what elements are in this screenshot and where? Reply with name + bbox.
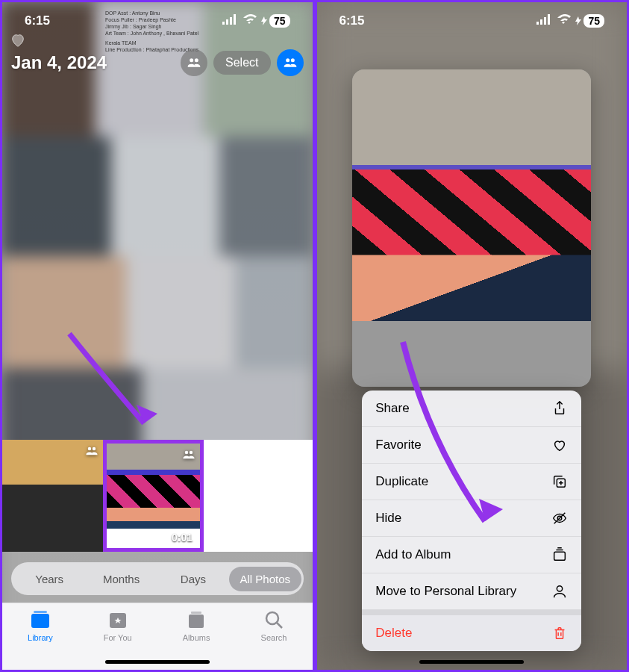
- menu-duplicate[interactable]: Duplicate: [362, 464, 581, 500]
- select-label: Select: [225, 56, 258, 69]
- video-duration: 0:01: [172, 532, 193, 544]
- cellular-icon: [222, 13, 237, 28]
- album-icon: [551, 547, 568, 563]
- phone-left: DOP Asst : Antony Binu Focus Puller : Pr…: [2, 2, 313, 670]
- menu-label: Add to Album: [375, 547, 451, 562]
- menu-label: Delete: [375, 626, 412, 641]
- menu-label: Share: [375, 401, 409, 416]
- svg-rect-5: [34, 611, 47, 613]
- battery-indicator: 75: [575, 14, 604, 28]
- thumbnail-car[interactable]: [2, 440, 103, 552]
- view-tab-years[interactable]: Years: [13, 567, 85, 591]
- shared-library-toggle[interactable]: [181, 49, 207, 76]
- status-bar: 6:15 75: [2, 2, 313, 40]
- menu-label: Duplicate: [375, 474, 428, 489]
- svg-point-9: [266, 612, 278, 624]
- library-header: Jan 4, 2024 Select: [2, 43, 313, 82]
- svg-rect-0: [222, 22, 225, 25]
- svg-rect-8: [191, 612, 201, 614]
- view-tab-days[interactable]: Days: [157, 567, 229, 591]
- wifi-icon: [242, 13, 257, 28]
- preview-image: [352, 69, 591, 387]
- battery-indicator: 75: [261, 14, 290, 28]
- trash-icon: [551, 625, 568, 641]
- svg-rect-3: [234, 14, 236, 25]
- svg-rect-12: [540, 19, 542, 25]
- menu-favorite[interactable]: Favorite: [362, 427, 581, 464]
- menu-move-personal[interactable]: Move to Personal Library: [362, 573, 581, 610]
- eye-slash-icon: [551, 510, 568, 526]
- cellular-icon: [536, 13, 551, 28]
- photo-preview[interactable]: [352, 69, 591, 387]
- shared-badge-icon: [85, 444, 98, 461]
- duplicate-icon: [551, 473, 568, 490]
- menu-delete[interactable]: Delete: [362, 615, 581, 651]
- select-button[interactable]: Select: [213, 51, 270, 75]
- menu-share[interactable]: Share: [362, 391, 581, 427]
- tab-search[interactable]: Search: [261, 609, 287, 670]
- date-heading: Jan 4, 2024: [11, 52, 107, 73]
- home-indicator[interactable]: [105, 660, 210, 664]
- svg-rect-13: [544, 17, 546, 25]
- view-tab-months[interactable]: Months: [85, 567, 157, 591]
- svg-rect-2: [230, 17, 232, 25]
- context-menu: Share Favorite Duplicate Hide Add to Alb…: [362, 391, 581, 651]
- svg-rect-4: [31, 614, 49, 628]
- tab-label: Library: [28, 633, 53, 642]
- view-tab-all-photos[interactable]: All Photos: [229, 567, 301, 591]
- tab-label: Albums: [183, 633, 210, 642]
- thumbnail-highlighted[interactable]: 0:01: [103, 440, 204, 552]
- heart-icon: [551, 437, 568, 453]
- svg-rect-18: [554, 552, 566, 560]
- status-time: 6:15: [25, 13, 50, 28]
- menu-hide[interactable]: Hide: [362, 500, 581, 537]
- phone-right: 6:15 75 Share Favorite Duplicate: [317, 2, 628, 670]
- status-time: 6:15: [339, 13, 365, 28]
- menu-label: Move to Personal Library: [375, 584, 516, 599]
- svg-rect-11: [536, 22, 539, 25]
- tab-label: Search: [261, 633, 287, 642]
- svg-point-19: [557, 586, 563, 591]
- wifi-icon: [556, 13, 571, 28]
- svg-rect-14: [548, 14, 550, 25]
- menu-label: Hide: [375, 511, 401, 526]
- person-icon: [551, 583, 568, 600]
- shared-library-filter[interactable]: [277, 49, 304, 76]
- recent-thumbnails-row: 0:01: [2, 440, 313, 552]
- svg-line-10: [277, 623, 282, 628]
- shared-badge-icon: [182, 448, 195, 464]
- view-mode-segmented: Years Months Days All Photos: [11, 562, 304, 595]
- svg-rect-1: [226, 19, 228, 25]
- svg-rect-7: [189, 615, 204, 628]
- home-indicator[interactable]: [419, 660, 524, 664]
- status-bar: 6:15 75: [317, 2, 628, 40]
- menu-divider: [362, 610, 581, 615]
- menu-add-to-album[interactable]: Add to Album: [362, 537, 581, 573]
- tab-library[interactable]: Library: [28, 609, 53, 670]
- tab-label: For You: [104, 633, 132, 642]
- share-icon: [551, 400, 568, 417]
- menu-label: Favorite: [375, 438, 421, 452]
